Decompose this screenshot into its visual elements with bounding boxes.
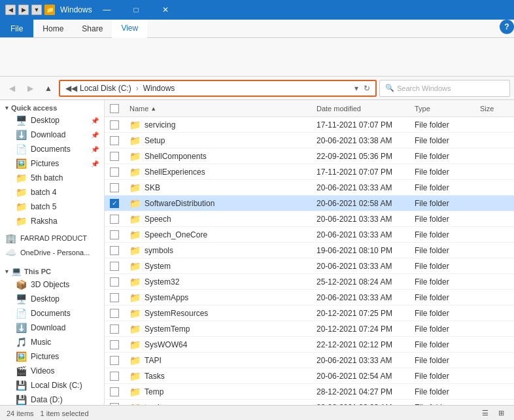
path-chevron[interactable]: ▾ xyxy=(354,84,358,93)
address-path[interactable]: ◀◀ Local Disk (C:) › Windows ▾ ↻ xyxy=(59,80,377,97)
table-row[interactable]: 📁SystemApps20-06-2021 03:33 AMFile folde… xyxy=(105,290,514,306)
sidebar-item-local-disk[interactable]: 💾 Local Disk (C:) xyxy=(0,378,104,393)
folder-icon: 📁 xyxy=(129,183,141,193)
help-button[interactable]: ? xyxy=(500,20,514,34)
sidebar-farrad-label: FARRAD PRODUCT xyxy=(20,234,87,242)
row-checkbox[interactable] xyxy=(110,167,119,177)
row-type: File folder xyxy=(409,324,475,334)
table-row[interactable]: 📁ShellComponents22-09-2021 05:36 PMFile … xyxy=(105,149,514,164)
row-modified: 28-12-2021 04:27 PM xyxy=(311,387,409,396)
row-checkbox[interactable] xyxy=(110,246,119,255)
row-name-text: TAPI xyxy=(145,356,162,365)
table-row[interactable]: 📁System3225-12-2021 08:24 AMFile folder xyxy=(105,274,514,290)
desktop-pin: 📌 xyxy=(91,117,99,124)
table-row[interactable]: 📁Speech_OneCore20-06-2021 03:33 AMFile f… xyxy=(105,227,514,243)
table-row[interactable]: 📁Temp28-12-2021 04:27 PMFile folder xyxy=(105,384,514,400)
select-all-checkbox[interactable] xyxy=(110,104,119,113)
sidebar-3d-label: 3D Objects xyxy=(31,280,69,289)
sidebar-item-5th-batch[interactable]: 📁 5th batch xyxy=(0,171,104,185)
minimize-button[interactable]: — xyxy=(92,0,122,20)
sidebar-5th-batch-label: 5th batch xyxy=(31,173,63,183)
table-row[interactable]: 📁Tasks20-06-2021 02:54 AMFile folder xyxy=(105,368,514,384)
sidebar-item-documents[interactable]: 📄 Documents 📌 xyxy=(0,142,104,156)
search-box[interactable]: 🔍 Search Windows xyxy=(379,80,510,97)
row-checkbox[interactable] xyxy=(110,120,119,130)
tab-share[interactable]: Share xyxy=(73,20,112,37)
row-checkbox[interactable] xyxy=(110,136,119,145)
header-size[interactable]: Size xyxy=(475,100,514,116)
sidebar-item-download[interactable]: ⬇️ Download 📌 xyxy=(0,128,104,142)
row-name-text: Temp xyxy=(145,387,163,396)
sidebar-item-download-pc[interactable]: ⬇️ Download xyxy=(0,321,104,335)
table-row[interactable]: 📁TAPI20-06-2021 03:33 AMFile folder xyxy=(105,353,514,368)
sidebar-item-batch5[interactable]: 📁 batch 5 xyxy=(0,200,104,214)
row-checkbox[interactable] xyxy=(110,293,119,302)
view-large-icons-button[interactable]: ⊞ xyxy=(494,407,507,420)
table-row[interactable]: ✓📁SoftwareDistribution20-06-2021 02:58 A… xyxy=(105,196,514,211)
header-type[interactable]: Type xyxy=(409,100,475,116)
sidebar-item-desktop-pc[interactable]: 🖥️ Desktop xyxy=(0,292,104,306)
sidebar-item-pictures-pc[interactable]: 🖼️ Pictures xyxy=(0,349,104,364)
table-row[interactable]: 📁SystemResources20-12-2021 07:25 PMFile … xyxy=(105,306,514,321)
tab-file[interactable]: File xyxy=(0,20,33,37)
row-checkbox[interactable] xyxy=(110,183,119,192)
row-checkbox[interactable]: ✓ xyxy=(110,199,119,208)
sidebar-item-onedrive[interactable]: ☁️ OneDrive - Persona... xyxy=(0,245,104,260)
row-checkbox[interactable] xyxy=(110,340,119,349)
row-checkbox[interactable] xyxy=(110,262,119,271)
row-checkbox[interactable] xyxy=(110,215,119,224)
row-modified: 20-06-2021 02:58 AM xyxy=(311,199,409,208)
row-checkbox[interactable] xyxy=(110,403,119,406)
view-details-button[interactable]: ☰ xyxy=(479,407,492,420)
close-button[interactable]: ✕ xyxy=(151,0,180,20)
sidebar-item-3d-objects[interactable]: 📦 3D Objects xyxy=(0,277,104,292)
header-name[interactable]: Name ▲ xyxy=(124,100,311,116)
ribbon-tabs: File Home Share View ? xyxy=(0,20,514,38)
row-checkbox[interactable] xyxy=(110,309,119,318)
table-row[interactable]: 📁SysWOW6422-12-2021 02:12 PMFile folder xyxy=(105,337,514,353)
title-bar: ◀ ▶ ▼ 📁 Windows — □ ✕ xyxy=(0,0,514,20)
row-checkbox[interactable] xyxy=(110,324,119,334)
row-checkbox[interactable] xyxy=(110,152,119,161)
up-button[interactable]: ▲ xyxy=(41,80,56,96)
sidebar-item-data-d[interactable]: 💾 Data (D:) xyxy=(0,393,104,405)
sidebar-item-raksha[interactable]: 📁 Raksha xyxy=(0,214,104,228)
table-row[interactable]: 📁Speech20-06-2021 03:33 AMFile folder xyxy=(105,211,514,227)
header-modified[interactable]: Date modified xyxy=(311,100,409,116)
row-checkbox[interactable] xyxy=(110,387,119,396)
tab-home[interactable]: Home xyxy=(33,20,73,37)
table-row[interactable]: 📁ShellExperiences17-11-2021 07:07 PMFile… xyxy=(105,164,514,180)
sidebar-item-pictures[interactable]: 🖼️ Pictures 📌 xyxy=(0,156,104,171)
local-disk-icon: 💾 xyxy=(16,380,27,391)
row-name-text: Tasks xyxy=(145,372,165,381)
sidebar-item-videos[interactable]: 🎬 Videos xyxy=(0,364,104,378)
table-row[interactable]: 📁System20-06-2021 03:33 AMFile folder xyxy=(105,258,514,274)
row-checkbox[interactable] xyxy=(110,277,119,287)
sidebar-item-farrad[interactable]: 🏢 FARRAD PRODUCT xyxy=(0,231,104,245)
folder-icon: 📁 xyxy=(129,198,141,209)
forward-nav-button[interactable]: ▶ xyxy=(22,80,38,96)
table-row[interactable]: 📁symbols19-06-2021 08:10 PMFile folder xyxy=(105,243,514,258)
row-checkbox[interactable] xyxy=(110,356,119,365)
row-checkbox[interactable] xyxy=(110,372,119,381)
sidebar-item-music[interactable]: 🎵 Music xyxy=(0,335,104,349)
back-button[interactable]: ◀ xyxy=(4,80,20,96)
row-name: 📁SysWOW64 xyxy=(124,340,311,350)
table-row[interactable]: 📁SKB20-06-2021 03:33 AMFile folder xyxy=(105,180,514,196)
table-row[interactable]: 📁Setup20-06-2021 03:38 AMFile folder xyxy=(105,133,514,149)
header-checkbox[interactable] xyxy=(105,100,124,116)
sidebar-item-batch4[interactable]: 📁 batch 4 xyxy=(0,185,104,200)
path-refresh[interactable]: ↻ xyxy=(364,84,370,93)
row-type: File folder xyxy=(409,136,475,145)
tab-view[interactable]: View xyxy=(112,20,147,38)
sidebar-item-desktop[interactable]: 🖥️ Desktop 📌 xyxy=(0,113,104,128)
maximize-button[interactable]: □ xyxy=(122,0,151,20)
table-row[interactable]: 📁servicing17-11-2021 07:07 PMFile folder xyxy=(105,117,514,133)
music-icon: 🎵 xyxy=(16,337,27,347)
row-checkbox[interactable] xyxy=(110,230,119,239)
path-windows: Windows xyxy=(143,84,175,93)
sidebar-item-documents-pc[interactable]: 📄 Documents xyxy=(0,306,104,321)
table-row[interactable]: 📁tracing20-06-2021 03:33 AMFile folder xyxy=(105,400,514,405)
path-part-local-disk: ◀◀ xyxy=(65,84,77,93)
table-row[interactable]: 📁SystemTemp20-12-2021 07:24 PMFile folde… xyxy=(105,321,514,337)
